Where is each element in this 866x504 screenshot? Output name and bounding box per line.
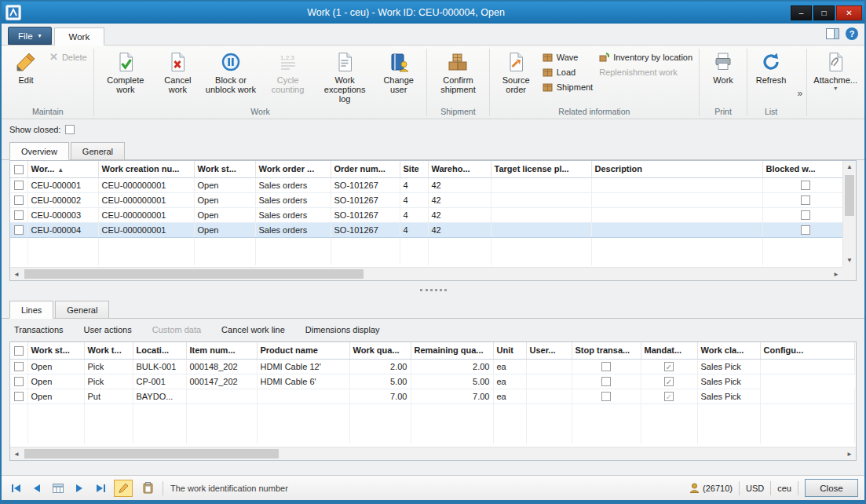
tab-general-lower[interactable]: General [55,301,109,318]
company-indicator[interactable]: ceu [777,484,791,493]
col-header-description[interactable]: Description [591,161,762,177]
load-button[interactable]: Load [539,64,596,79]
change-user-button[interactable]: Change user [374,48,423,94]
select-all-header[interactable] [10,161,27,177]
lines-horizontal-scrollbar[interactable]: ◄ ► [10,447,856,460]
line-row-2[interactable]: OpenPick CP-001000147_202 HDMI Cable 6' … [10,374,854,389]
col-header-line-work-status[interactable]: Work st... [27,342,84,359]
col-header-work-creation[interactable]: Work creation nu... [98,161,194,177]
row-checkbox[interactable] [14,362,24,371]
lines-select-all-header[interactable] [10,342,27,359]
transactions-button[interactable]: Transactions [14,325,64,334]
ribbon-overflow-button[interactable]: » [794,46,806,119]
user-actions-button[interactable]: User actions [84,325,132,334]
refresh-button[interactable]: Refresh [751,48,791,85]
paste-button[interactable] [138,480,157,497]
first-record-button[interactable] [8,480,24,496]
tab-general-upper[interactable]: General [71,142,125,159]
mandatory-checkbox[interactable]: ✓ [664,392,674,401]
col-header-item-number[interactable]: Item num... [186,342,257,359]
scroll-left-icon[interactable]: ◄ [10,271,23,278]
col-header-target-license-plate[interactable]: Target license pl... [491,161,591,177]
col-header-site[interactable]: Site [400,161,428,177]
col-header-work-class[interactable]: Work cla... [697,342,760,359]
help-icon[interactable]: ? [846,27,858,40]
col-header-stop-transaction[interactable]: Stop transa... [572,342,641,359]
col-header-configuration[interactable]: Configu... [760,342,854,359]
blocked-checkbox[interactable] [801,210,810,220]
work-row-4-selected[interactable]: CEU-000004CEU-000000001 OpenSales orders… [10,222,849,237]
custom-data-button[interactable]: Custom data [152,325,201,334]
grid-view-button[interactable] [50,480,66,496]
col-header-work-status[interactable]: Work st... [194,161,255,177]
blocked-checkbox[interactable] [801,195,810,205]
stop-transaction-checkbox[interactable] [601,377,611,386]
scroll-left-icon[interactable]: ◄ [10,451,23,458]
delete-button[interactable]: ✕ Delete [46,49,90,64]
show-closed-checkbox[interactable] [65,125,75,134]
horizontal-scrollbar[interactable]: ◄ ► [10,267,842,280]
select-all-checkbox[interactable] [14,165,24,174]
last-record-button[interactable] [93,480,108,496]
session-indicator[interactable]: (26710) [689,483,733,493]
tab-work-ribbon[interactable]: Work [54,27,105,46]
complete-work-button[interactable]: Complete work [97,48,154,94]
col-header-mandatory[interactable]: Mandat... [641,342,697,359]
scroll-up-icon[interactable]: ▲ [843,161,856,173]
wave-button[interactable]: Wave [539,49,596,64]
col-header-remaining-quantity[interactable]: Remaining qua... [411,342,493,359]
close-form-button[interactable]: Close [805,479,858,497]
col-header-location[interactable]: Locati... [133,342,186,359]
scroll-right-icon[interactable]: ► [843,451,856,458]
work-row-3[interactable]: CEU-000003CEU-000000001 OpenSales orders… [10,207,849,222]
tab-overview[interactable]: Overview [9,142,69,160]
dimensions-display-button[interactable]: Dimensions display [305,325,380,334]
line-row-3[interactable]: OpenPut BAYDO... 7.00 7.00 ea ✓ Sales Pi… [10,389,854,404]
scroll-right-icon[interactable]: ► [830,271,842,278]
stop-transaction-checkbox[interactable] [601,362,611,371]
col-header-blocked[interactable]: Blocked w... [762,161,849,177]
layout-icon[interactable] [826,28,839,39]
col-header-work-id[interactable]: Wor...▲ [27,161,98,177]
replenishment-work-button[interactable]: Replenishment work [596,64,696,79]
line-row-1[interactable]: OpenPick BULK-001000148_202 HDMI Cable 1… [10,359,854,374]
col-header-user[interactable]: User... [526,342,572,359]
col-header-work-type[interactable]: Work t... [84,342,133,359]
edit-button[interactable]: Edit [5,48,46,85]
previous-record-button[interactable] [29,480,45,496]
row-checkbox[interactable] [14,210,24,220]
next-record-button[interactable] [71,480,87,496]
attachments-button[interactable]: Attachme... ▾ [810,48,861,92]
row-checkbox[interactable] [14,181,24,190]
col-header-product-name[interactable]: Product name [257,342,349,359]
maximize-button[interactable]: □ [813,5,835,20]
work-exceptions-log-button[interactable]: Work exceptions log [316,48,374,104]
edit-mode-toggle-button[interactable] [114,480,133,497]
col-header-warehouse[interactable]: Wareho... [428,161,491,177]
currency-indicator[interactable]: USD [746,484,764,493]
inventory-by-location-button[interactable]: Inventory by location [596,49,696,64]
work-row-2[interactable]: CEU-000002CEU-000000001 OpenSales orders… [10,192,849,207]
hscroll-thumb[interactable] [24,269,364,279]
tab-lines[interactable]: Lines [9,301,53,319]
block-unblock-work-button[interactable]: Block or unblock work [202,48,260,94]
row-checkbox[interactable] [14,195,24,205]
row-checkbox[interactable] [14,377,24,386]
col-header-unit[interactable]: Unit [493,342,526,359]
source-order-button[interactable]: Source order [493,48,539,94]
col-header-work-quantity[interactable]: Work qua... [349,342,411,359]
row-checkbox[interactable] [14,225,24,235]
col-header-work-order-type[interactable]: Work order ... [255,161,331,177]
scroll-down-icon[interactable]: ▼ [843,254,856,267]
vscroll-thumb[interactable] [845,175,854,216]
blocked-checkbox[interactable] [801,225,810,235]
cancel-work-line-button[interactable]: Cancel work line [221,325,285,334]
confirm-shipment-button[interactable]: Confirm shipment [430,48,485,94]
cancel-work-button[interactable]: Cancel work [154,48,202,94]
cycle-counting-button[interactable]: 1,2,3 Cycle counting [260,48,316,94]
blocked-checkbox[interactable] [801,181,810,190]
vertical-scrollbar[interactable]: ▲ ▼ [842,161,856,267]
stop-transaction-checkbox[interactable] [601,392,611,401]
minimize-button[interactable]: – [791,5,812,20]
row-checkbox[interactable] [14,392,24,401]
